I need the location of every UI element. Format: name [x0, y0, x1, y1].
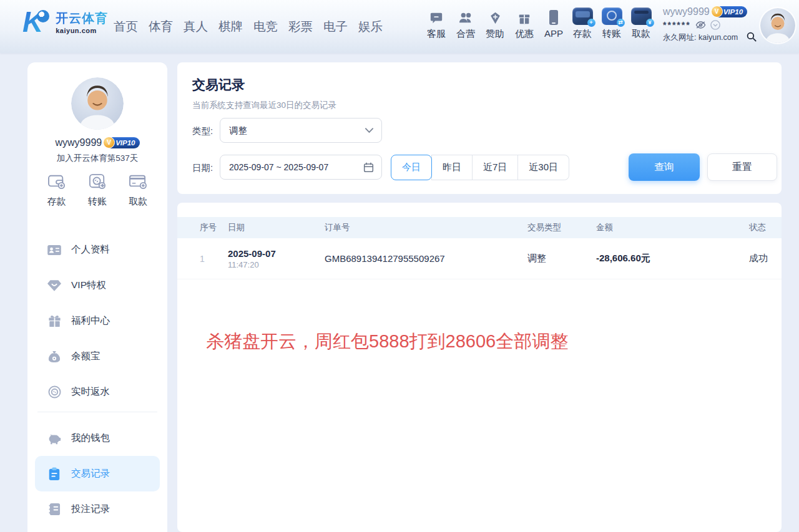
- sidebar-vip-badge: V VIP10: [105, 137, 139, 148]
- nav-sports[interactable]: 体育: [149, 18, 173, 35]
- chat-icon: [429, 9, 443, 25]
- sponsor-link[interactable]: 赞助: [484, 9, 506, 40]
- gift-box-icon: [47, 315, 61, 327]
- range-yesterday-button[interactable]: 昨日: [431, 155, 473, 180]
- utility-links: 客服 合营 赞助 优惠 APP: [426, 9, 564, 40]
- deposit-outline-icon: [47, 172, 66, 191]
- withdraw-card-icon: ¥: [631, 9, 652, 25]
- chevron-down-icon: [365, 127, 374, 133]
- gift-icon: [517, 9, 531, 25]
- transfer-link[interactable]: ⇄ 转账: [601, 9, 622, 40]
- cell-amount: -28,606.60元: [596, 253, 749, 264]
- user-block: wywy9999 V VIP10 ****** 永久网址: kaiyun.com: [663, 6, 757, 43]
- date-range-presets: 今日 昨日 近7日 近30日: [391, 155, 569, 180]
- col-type: 交易类型: [527, 222, 596, 233]
- chevron-down-circle-icon[interactable]: [710, 20, 720, 30]
- deposit-wallet-icon: +: [572, 9, 593, 25]
- date-range-input[interactable]: 2025-09-07 ~ 2025-09-07: [220, 155, 382, 180]
- col-seq: 序号: [200, 222, 228, 233]
- service-link[interactable]: 客服: [426, 9, 447, 40]
- col-order: 订单号: [325, 222, 527, 233]
- nav-home[interactable]: 首页: [114, 18, 138, 35]
- clipboard-icon: [47, 467, 61, 481]
- transfer-outline-icon: [89, 172, 106, 191]
- transactions-table-card: 序号 日期 订单号 交易类型 金额 状态 1 2025-09-07 11:47:…: [177, 203, 782, 532]
- col-date: 日期: [228, 222, 325, 233]
- cell-type: 调整: [527, 253, 596, 264]
- nav-esports[interactable]: 电竞: [253, 18, 278, 35]
- search-button[interactable]: 查询: [629, 153, 700, 181]
- sidebar-vip-gem-icon: V: [103, 137, 115, 148]
- nav-slots[interactable]: 电子: [323, 18, 348, 35]
- range-today-button[interactable]: 今日: [391, 155, 432, 180]
- cell-status: 成功: [749, 253, 782, 264]
- sidebar-menu-wallet: 我的钱包 交易记录 投注记录: [27, 420, 167, 527]
- sidebar-item-vip[interactable]: VIP特权: [27, 268, 167, 303]
- page-subtitle: 当前系统支持查询最近30日的交易记录: [192, 100, 336, 111]
- app-link[interactable]: APP: [543, 9, 564, 40]
- reset-button[interactable]: 重置: [707, 153, 777, 181]
- avatar[interactable]: [760, 8, 795, 43]
- sponsor-diamond-icon: [488, 9, 502, 25]
- nav-entertainment[interactable]: 娱乐: [358, 18, 383, 35]
- sidebar-withdraw-action[interactable]: 取款: [129, 172, 147, 208]
- sidebar-menu: 个人资料 VIP特权 福利中心 余额宝 实时返水: [27, 232, 167, 410]
- filter-card: 交易记录 当前系统支持查询最近30日的交易记录 类型: 调整 日期: 2025-…: [177, 62, 782, 194]
- type-label: 类型:: [192, 125, 213, 137]
- sidebar-item-yuebao[interactable]: 余额宝: [27, 339, 167, 374]
- sidebar-transfer-action[interactable]: 转账: [88, 172, 107, 208]
- nav-chess[interactable]: 棋牌: [218, 18, 243, 35]
- sidebar-item-welfare[interactable]: 福利中心: [27, 303, 167, 339]
- notebook-icon: [47, 503, 61, 516]
- partners-icon: [458, 9, 473, 25]
- sidebar-avatar[interactable]: [71, 77, 124, 130]
- sidebar: wywy9999 V VIP10 加入开云体育第537天 存款 转账 取款: [27, 62, 167, 532]
- range-30days-button[interactable]: 近30日: [518, 155, 569, 180]
- withdraw-outline-icon: [129, 172, 147, 191]
- eye-off-icon[interactable]: [695, 21, 706, 29]
- calendar-icon: [363, 162, 374, 173]
- date-label: 日期:: [192, 162, 213, 174]
- nav-lottery[interactable]: 彩票: [288, 18, 313, 35]
- brand-name: 开云体育: [56, 10, 108, 27]
- cell-datetime: 2025-09-07 11:47:20: [228, 248, 325, 269]
- sidebar-deposit-action[interactable]: 存款: [47, 172, 66, 208]
- cell-seq: 1: [200, 254, 228, 264]
- promo-link[interactable]: 优惠: [514, 9, 535, 40]
- sidebar-item-rebate[interactable]: 实时返水: [27, 374, 167, 410]
- masked-balance: ******: [663, 20, 691, 30]
- vip-gem-icon: V: [711, 6, 723, 17]
- brand-logo[interactable]: K 开云体育 kaiyun.com: [22, 7, 108, 36]
- range-7days-button[interactable]: 近7日: [473, 155, 518, 180]
- sidebar-item-transactions[interactable]: 交易记录: [35, 456, 160, 491]
- overlay-annotation: 杀猪盘开云，周红包5888打到28606全部调整: [206, 329, 568, 354]
- brand-domain: kaiyun.com: [56, 27, 108, 34]
- logo-k-glyph: K: [22, 7, 43, 36]
- cell-time: 11:47:20: [228, 260, 325, 269]
- type-select[interactable]: 调整: [220, 118, 382, 143]
- sidebar-item-profile[interactable]: 个人资料: [27, 232, 167, 268]
- partners-link[interactable]: 合营: [455, 9, 476, 40]
- transfer-icon: ⇄: [602, 9, 622, 25]
- wallet-links: + 存款 ⇄ 转账 ¥ 取款: [572, 9, 652, 40]
- sidebar-item-bet-records[interactable]: 投注记录: [27, 491, 167, 527]
- main-nav: 首页 体育 真人 棋牌 电竞 彩票 电子 娱乐: [114, 0, 383, 53]
- money-bag-icon: [47, 351, 61, 363]
- join-days-text: 加入开云体育第537天: [27, 153, 167, 164]
- diamond-icon: [47, 279, 61, 291]
- vip-badge: V VIP10: [713, 6, 747, 17]
- sidebar-quick-actions: 存款 转账 取款: [27, 172, 167, 208]
- id-card-icon: [47, 244, 61, 256]
- phone-icon: [549, 9, 559, 25]
- page-title: 交易记录: [192, 76, 245, 94]
- sidebar-item-my-wallet[interactable]: 我的钱包: [27, 420, 167, 456]
- table-header: 序号 日期 订单号 交易类型 金额 状态: [177, 217, 782, 238]
- nav-live[interactable]: 真人: [184, 18, 208, 35]
- withdraw-link[interactable]: ¥ 取款: [630, 9, 652, 40]
- col-amount: 金额: [596, 222, 749, 233]
- cursor-magnifier-icon: [747, 32, 757, 42]
- sidebar-divider: [37, 412, 157, 412]
- sidebar-username: wywy9999: [55, 137, 102, 148]
- rebate-cycle-icon: [47, 385, 61, 399]
- deposit-link[interactable]: + 存款: [572, 9, 593, 40]
